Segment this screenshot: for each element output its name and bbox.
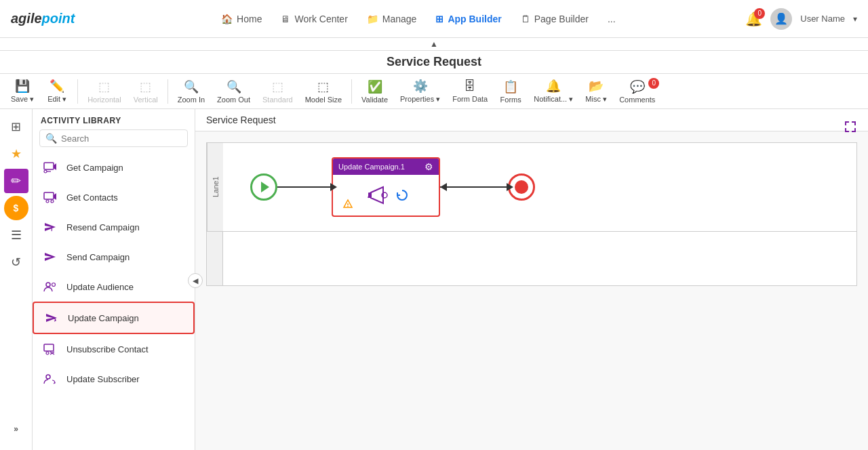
- start-node[interactable]: [250, 173, 277, 201]
- zoom-in-button[interactable]: 🔍 Zoom In: [172, 77, 210, 106]
- horizontal-label: Horizontal: [87, 96, 121, 104]
- logo-agile: agile: [11, 11, 42, 26]
- svg-point-3: [46, 200, 49, 203]
- lane1: Lane1 Update Campaign.1: [207, 143, 856, 231]
- left-icon-list[interactable]: ☰: [4, 223, 28, 247]
- model-size-button[interactable]: ⬚ Model Size: [300, 77, 347, 106]
- zoom-out-label: Zoom Out: [217, 96, 250, 104]
- notifications-button[interactable]: 🔔 Notificat... ▾: [528, 76, 578, 106]
- form-data-icon: 🗄: [464, 79, 476, 94]
- notif-icon: 🔔: [546, 79, 561, 94]
- svg-point-5: [46, 283, 50, 287]
- edit-button[interactable]: ✏️ Edit ▾: [41, 76, 73, 106]
- activity-list: Get Campaign Get Contacts Resend Campaig…: [33, 152, 195, 450]
- nav-home[interactable]: 🏠 Home: [213, 9, 270, 28]
- form-data-label: Form Data: [452, 95, 488, 103]
- zoom-in-icon: 🔍: [184, 79, 199, 94]
- misc-icon: 📂: [589, 79, 604, 94]
- properties-button[interactable]: ⚙️ Properties ▾: [395, 76, 446, 106]
- nav-manage-label: Manage: [382, 14, 417, 24]
- notif-label: Notificat... ▾: [534, 95, 573, 104]
- nav-work-center-label: Work Center: [294, 14, 347, 24]
- left-icon-star[interactable]: ★: [4, 142, 28, 166]
- notifications-bell[interactable]: 🔔 0: [745, 11, 762, 27]
- misc-label: Misc ▾: [585, 95, 607, 104]
- logo-point: point: [42, 11, 75, 26]
- activity-library-title: ACTIVITY LIBRARY: [33, 109, 195, 129]
- panel-collapse-button[interactable]: ◀: [188, 273, 203, 288]
- model-size-icon: ⬚: [317, 79, 329, 94]
- lane1-label: Lane1: [207, 143, 223, 231]
- save-label: Save ▾: [11, 95, 34, 104]
- svg-point-1: [44, 170, 47, 173]
- list-item-get-contacts-label: Get Contacts: [66, 192, 118, 203]
- user-avatar: 👤: [770, 8, 792, 30]
- user-menu-chevron[interactable]: ▾: [853, 14, 857, 24]
- search-input[interactable]: [61, 134, 182, 144]
- vertical-button: ⬚ Vertical: [128, 77, 163, 106]
- lane2-inner: [223, 232, 856, 285]
- get-campaign-icon: [41, 158, 60, 177]
- misc-button[interactable]: 📂 Misc ▾: [580, 76, 612, 106]
- node-gear-icon[interactable]: ⚙: [425, 161, 433, 172]
- nav-app-builder[interactable]: ⊞ App Builder: [427, 9, 509, 28]
- flow: Update Campaign.1 ⚙: [223, 143, 856, 231]
- node-refresh-icon: [395, 188, 409, 202]
- nav-page-builder[interactable]: 🗒 Page Builder: [513, 9, 597, 28]
- comments-button[interactable]: 💬 0 Comments: [614, 77, 660, 106]
- canvas-title: Service Request: [195, 109, 868, 131]
- vertical-icon: ⬚: [140, 79, 151, 94]
- left-icon-more[interactable]: »: [4, 417, 28, 441]
- left-icon-refresh[interactable]: ↺: [4, 250, 28, 274]
- zoom-out-button[interactable]: 🔍 Zoom Out: [212, 77, 256, 106]
- toolbar-divider-3: [351, 79, 352, 104]
- save-icon: 💾: [15, 79, 30, 94]
- more-icon: ...: [608, 14, 616, 24]
- list-item-update-audience-label: Update Audience: [66, 282, 134, 292]
- left-icon-bar: ⊞ ★ ✏ $ ☰ ↺ »: [0, 109, 33, 450]
- form-data-button[interactable]: 🗄 Form Data: [447, 77, 493, 106]
- resend-campaign-icon: [41, 218, 60, 237]
- end-node-inner: [515, 180, 528, 194]
- save-button[interactable]: 💾 Save ▾: [5, 76, 39, 106]
- activity-search-box[interactable]: 🔍: [39, 129, 188, 147]
- svg-rect-7: [44, 344, 54, 351]
- monitor-icon: 🖥: [281, 14, 290, 24]
- svg-point-11: [46, 375, 50, 379]
- list-item-get-campaign[interactable]: Get Campaign: [33, 152, 195, 182]
- left-icon-pencil[interactable]: ✏: [4, 169, 28, 193]
- left-icon-grid[interactable]: ⊞: [4, 115, 28, 139]
- edit-icon: ✏️: [50, 79, 64, 94]
- bell-badge: 0: [754, 8, 765, 19]
- validate-label: Validate: [361, 96, 388, 104]
- list-item-update-subscriber[interactable]: Update Subscriber: [33, 364, 195, 394]
- validate-button[interactable]: ✅ Validate: [356, 77, 393, 106]
- collapse-arrow[interactable]: ▲: [0, 38, 868, 51]
- list-item-send-campaign[interactable]: Send Campaign: [33, 242, 195, 272]
- nav-more[interactable]: ...: [599, 9, 624, 28]
- svg-point-6: [52, 283, 56, 287]
- list-item-resend-campaign[interactable]: Resend Campaign: [33, 212, 195, 242]
- forms-button[interactable]: 📋 Forms: [494, 77, 527, 106]
- properties-icon: ⚙️: [413, 79, 428, 94]
- left-icon-dollar[interactable]: $: [4, 196, 28, 220]
- list-item-update-campaign[interactable]: Update Campaign: [33, 302, 195, 334]
- update-subscriber-icon: [41, 369, 60, 388]
- nav-manage[interactable]: 📁 Manage: [359, 9, 425, 28]
- update-campaign-node[interactable]: Update Campaign.1 ⚙: [332, 157, 440, 217]
- canvas-area: Service Request Lane1: [195, 109, 868, 450]
- list-item-unsubscribe-contact[interactable]: Unsubscribe Contact: [33, 334, 195, 364]
- svg-rect-13: [845, 121, 846, 125]
- list-item-update-audience[interactable]: Update Audience: [33, 272, 195, 302]
- update-campaign-icon: [42, 308, 61, 327]
- lane2-label: [207, 232, 223, 285]
- megaphone-icon: [363, 182, 390, 209]
- arrow-left: [440, 183, 447, 191]
- nav-work-center[interactable]: 🖥 Work Center: [273, 9, 355, 28]
- toolbar: 💾 Save ▾ ✏️ Edit ▾ ⬚ Horizontal ⬚ Vertic…: [0, 74, 868, 109]
- connector-1: [277, 186, 332, 188]
- list-item-get-contacts[interactable]: Get Contacts: [33, 182, 195, 212]
- page-icon: 🗒: [521, 14, 530, 24]
- folder-icon: 📁: [367, 14, 378, 24]
- lane2: [207, 231, 856, 285]
